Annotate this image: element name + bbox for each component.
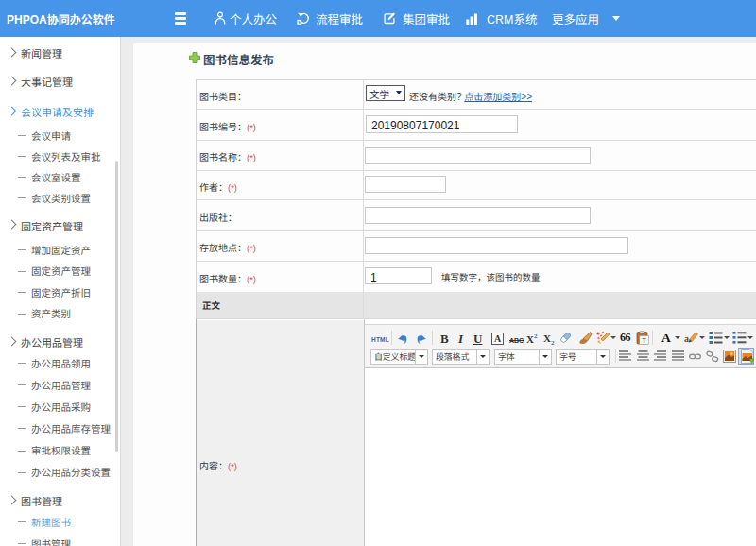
- svg-text:T: T: [643, 337, 646, 344]
- svg-text:a: a: [684, 333, 689, 344]
